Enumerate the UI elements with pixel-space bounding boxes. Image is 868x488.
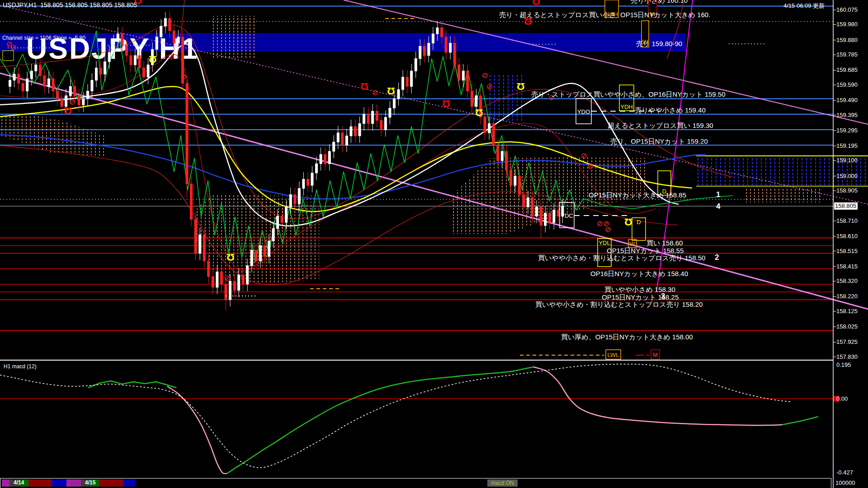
candle-body: [294, 195, 296, 204]
candle-body: [138, 56, 141, 68]
candle-body: [536, 207, 538, 216]
candle-body: [113, 42, 115, 52]
candle-body: [212, 277, 214, 287]
candle-body: [121, 34, 123, 45]
order-annotation: 買いやや小さめ・割り込むとストップロス売り 158.50: [538, 254, 705, 263]
candle-body: [242, 275, 244, 285]
price-axis-label: 159.195: [836, 142, 858, 149]
omega-signal-icon: Ω: [532, 0, 540, 7]
price-axis-label: 158.415: [836, 263, 858, 270]
candle-body: [125, 45, 127, 56]
price-axis-label: 159.395: [836, 112, 858, 118]
timeline-day-segment: [123, 479, 135, 487]
candle-body: [397, 89, 400, 99]
candle-body: [419, 46, 421, 58]
crossed-circle-slash: [8, 43, 11, 46]
candle-body: [281, 216, 283, 223]
candle-body: [384, 117, 387, 130]
candle-body: [311, 173, 313, 185]
candle-body: [298, 188, 300, 204]
price-axis-label: 159.685: [836, 66, 858, 73]
candle-body: [99, 68, 102, 74]
timeline-date-label: 4/14: [14, 479, 24, 486]
crossed-circle-slash: [226, 277, 229, 280]
candle-body: [238, 275, 240, 291]
candle-body: [363, 114, 365, 123]
omega-signal-icon: Ω: [149, 54, 157, 65]
candle-body: [324, 155, 326, 164]
candle-body: [65, 96, 67, 107]
candle-body: [216, 272, 218, 287]
kumo-cloud: [210, 16, 255, 59]
order-annotation: 売り・超えるとストップロス買い小さ: [499, 11, 616, 19]
candle-body: [449, 43, 452, 53]
order-annotation: OP15日NYカット大きめ 160.: [620, 11, 710, 19]
candle-body: [350, 127, 352, 136]
price-axis-label: 158.610: [836, 233, 858, 239]
omega-signal-icon: Ω: [475, 107, 483, 118]
order-annotation: 買い厚め、OP15日NYカット大きめ 158.00: [561, 333, 693, 342]
trading-chart-window: USDJPY H1 ΩΩΩΩΩΩΩΩΩΩΩΩ LWHMWYDHYDODYDCDY…: [0, 0, 868, 488]
order-annotation: 売りやや小さめ 159.40: [635, 106, 706, 115]
crossed-circle-slash: [374, 91, 377, 94]
candle-body: [475, 96, 477, 107]
order-annotation: 売り小さめ 160.10: [631, 0, 688, 5]
candle-body: [471, 91, 473, 107]
candle-body: [376, 111, 378, 121]
candle-body: [316, 164, 318, 173]
candle-body: [134, 56, 136, 65]
candle-body: [488, 123, 491, 133]
price-axis-label: 157.925: [836, 338, 858, 345]
candle-body: [208, 261, 210, 277]
order-annotation: 超えるとストップロス買い 159.30: [608, 122, 713, 130]
candle-body: [453, 43, 456, 65]
candle-body: [147, 65, 149, 77]
level-label-text: YDL: [599, 239, 610, 246]
chart-canvas[interactable]: ΩΩΩΩΩΩΩΩΩΩΩΩ LWHMWYDHYDODYDCDYDLWLWLM: [0, 0, 868, 488]
candle-body: [39, 65, 41, 75]
price-axis-label: 158.710: [836, 217, 858, 224]
macd-toggle-button[interactable]: macd ON: [487, 479, 518, 487]
candle-body: [553, 210, 555, 222]
channel-info-label: Channel size = 1106 Slope = -5.80: [2, 35, 85, 41]
order-annotation: 買いやや小さめ・割り込むとストップロス売り 158.20: [535, 300, 703, 309]
macd-green-rise-line: [227, 367, 533, 474]
macd-axis-zero: 0.00: [836, 395, 848, 402]
crossed-circle-slash: [607, 228, 610, 231]
candle-body: [462, 71, 464, 80]
sequence-number: 4: [716, 202, 720, 211]
candle-body: [467, 71, 469, 91]
omega-signal-icon: Ω: [517, 81, 525, 92]
omega-signal-icon: Ω: [387, 85, 395, 97]
candle-body: [501, 151, 503, 161]
candle-body: [156, 37, 158, 49]
candle-body: [557, 210, 559, 216]
green-zigzag-line: [0, 31, 732, 262]
candle-body: [320, 155, 322, 164]
candle-body: [26, 79, 28, 91]
level-label-text: W: [630, 240, 636, 247]
price-axis-label: 158.220: [836, 293, 858, 300]
candle-body: [229, 281, 231, 300]
sequence-number: 3: [661, 292, 665, 301]
candle-body: [367, 114, 369, 123]
channel-trendline[interactable]: [0, 73, 868, 309]
candle-body: [74, 86, 76, 96]
candle-body: [432, 34, 434, 43]
order-annotation: 売り・ストップロス買いやや小さめ、OP16日NYカット 159.50: [531, 90, 726, 99]
price-axis-label: 159.000: [836, 173, 858, 179]
candle-body: [307, 179, 309, 186]
update-timestamp: 4/15 06:09 更新: [783, 2, 825, 10]
candle-body: [402, 77, 404, 89]
candle-body: [43, 75, 46, 86]
candle-body: [91, 80, 93, 91]
candle-body: [160, 26, 162, 37]
candle-body: [277, 216, 279, 229]
timeline-strip[interactable]: [0, 478, 831, 488]
crossed-circle-slash: [583, 155, 586, 158]
candle-body: [345, 136, 348, 145]
candle-body: [264, 246, 266, 257]
sequence-number: 1: [716, 190, 720, 199]
candle-body: [78, 96, 80, 105]
omega-signal-icon: Ω: [442, 98, 450, 109]
